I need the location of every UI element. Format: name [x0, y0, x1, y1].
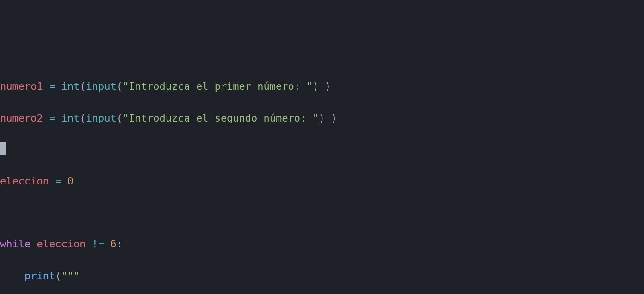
variable-numero1: numero1 [0, 80, 43, 92]
neq-operator: != [92, 238, 105, 250]
code-line-7[interactable]: print(""" [0, 268, 644, 284]
paren-open: ( [117, 112, 123, 124]
paren-open: ( [117, 80, 123, 92]
space [319, 80, 325, 92]
assign-operator: = [43, 80, 62, 92]
assign-operator: = [49, 175, 68, 187]
string-literal: "Introduzca el segundo número: " [123, 112, 319, 124]
paren-close: ) [313, 80, 319, 92]
paren-open: ( [55, 270, 61, 282]
number-literal: 0 [68, 175, 74, 187]
input-builtin: input [86, 112, 116, 124]
string-literal: "Introduzca el primer número: " [123, 80, 313, 92]
variable-eleccion: eleccion [37, 238, 86, 250]
int-builtin: int [61, 112, 80, 124]
cursor [0, 142, 6, 155]
space [31, 238, 37, 250]
space [104, 238, 110, 250]
indent [0, 270, 25, 282]
assign-operator: = [43, 112, 62, 124]
number-literal: 6 [110, 238, 116, 250]
paren-close: ) [331, 112, 337, 124]
input-builtin: input [86, 80, 116, 92]
paren-close: ) [325, 80, 331, 92]
paren-close: ) [319, 112, 325, 124]
variable-numero2: numero2 [0, 112, 43, 124]
code-line-5[interactable] [0, 205, 644, 220]
code-line-3[interactable] [0, 142, 644, 158]
space [325, 112, 331, 124]
code-line-1[interactable]: numero1 = int(input("Introduzca el prime… [0, 79, 644, 94]
print-function: print [25, 270, 55, 282]
paren-open: ( [80, 80, 86, 92]
paren-open: ( [80, 112, 86, 124]
colon: : [117, 238, 123, 250]
code-line-2[interactable]: numero2 = int(input("Introduzca el segun… [0, 110, 644, 126]
string-triple-quote: """ [61, 270, 80, 282]
code-editor[interactable]: numero1 = int(input("Introduzca el prime… [0, 63, 644, 294]
code-line-6[interactable]: while eleccion != 6: [0, 236, 644, 252]
while-keyword: while [0, 238, 31, 250]
int-builtin: int [61, 80, 80, 92]
space [86, 238, 92, 250]
code-line-4[interactable]: eleccion = 0 [0, 173, 644, 189]
variable-eleccion: eleccion [0, 175, 49, 187]
